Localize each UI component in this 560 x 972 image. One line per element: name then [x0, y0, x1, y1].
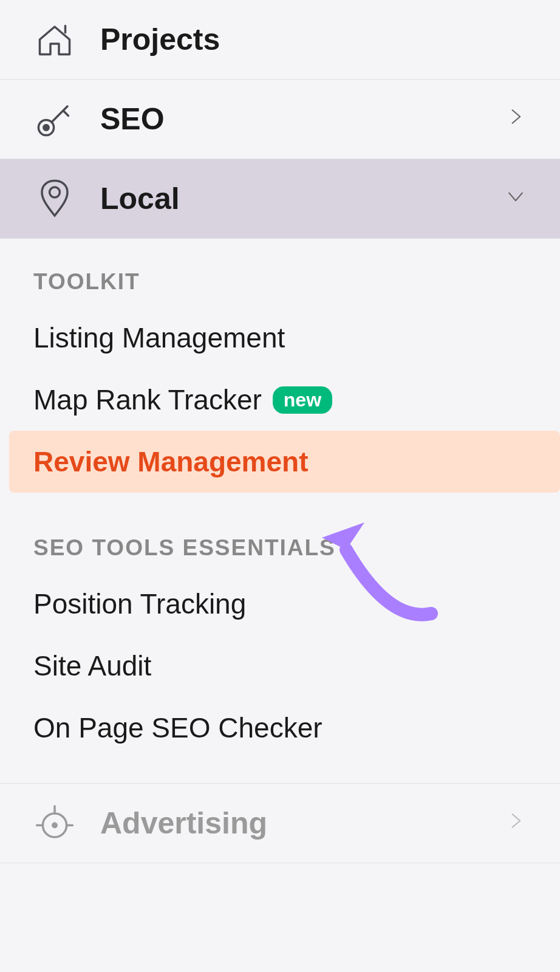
sidebar-item-label: Listing Management: [33, 321, 285, 354]
section-heading-seo-tools-essentials: SEO TOOLS ESSENTIALS: [0, 505, 560, 561]
sidebar-item-on-page-seo-checker[interactable]: On Page SEO Checker: [0, 697, 560, 759]
key-icon: [33, 98, 82, 140]
nav-label-local: Local: [100, 181, 180, 216]
seo-tools-items: Position Tracking Site Audit On Page SEO…: [0, 561, 560, 771]
target-icon: [33, 802, 82, 844]
svg-line-3: [52, 106, 67, 122]
nav-item-advertising[interactable]: Advertising: [0, 783, 560, 863]
nav-item-seo[interactable]: SEO: [0, 80, 560, 159]
svg-point-5: [50, 187, 60, 197]
new-badge: new: [273, 386, 332, 414]
sidebar-item-position-tracking[interactable]: Position Tracking: [0, 573, 560, 635]
home-icon: [33, 18, 82, 61]
svg-point-7: [52, 823, 58, 829]
chevron-down-icon: [505, 185, 527, 213]
svg-point-2: [44, 125, 49, 130]
sidebar-item-label: On Page SEO Checker: [33, 711, 323, 744]
section-heading-toolkit: TOOLKIT: [0, 239, 560, 295]
sidebar-item-label: Map Rank Tracker: [33, 383, 262, 416]
sidebar-item-site-audit[interactable]: Site Audit: [0, 635, 560, 697]
sidebar-item-listing-management[interactable]: Listing Management: [0, 307, 560, 369]
sidebar-item-label: Site Audit: [33, 649, 151, 682]
toolkit-items: Listing Management Map Rank Tracker new …: [0, 295, 560, 505]
sidebar-item-review-management[interactable]: Review Management: [9, 431, 560, 493]
nav-item-local[interactable]: Local: [0, 159, 560, 239]
nav-item-projects[interactable]: Projects: [0, 0, 560, 80]
sidebar-item-label: Position Tracking: [33, 587, 246, 620]
chevron-right-icon: [505, 106, 527, 133]
nav-label-advertising: Advertising: [100, 806, 267, 841]
nav-label-seo: SEO: [100, 101, 165, 137]
svg-line-4: [63, 111, 68, 115]
sidebar-item-label: Review Management: [33, 445, 308, 478]
location-pin-icon: [33, 177, 82, 220]
chevron-right-icon: [505, 810, 527, 837]
nav-label-projects: Projects: [100, 22, 220, 57]
sidebar-item-map-rank-tracker[interactable]: Map Rank Tracker new: [0, 369, 560, 431]
